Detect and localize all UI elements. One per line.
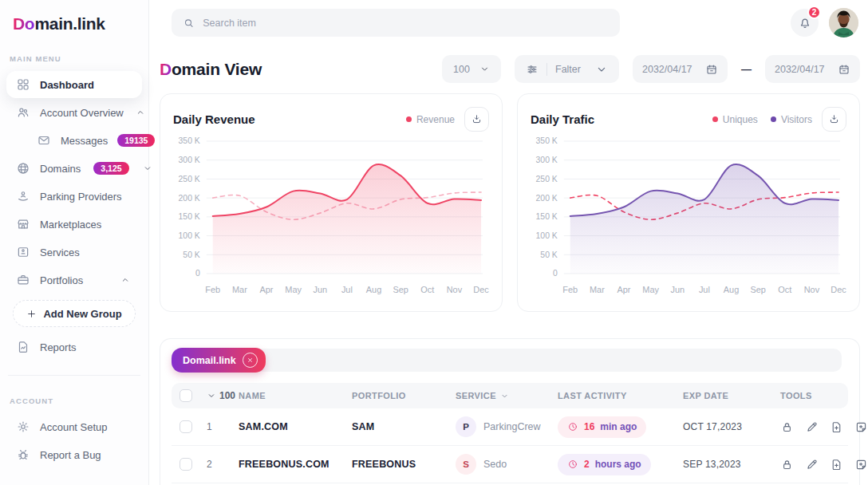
- chart-legend: Revenue: [406, 114, 455, 125]
- remove-tag-button[interactable]: [243, 353, 258, 368]
- column-header-service[interactable]: SERVICE: [456, 391, 558, 400]
- sidebar-item-label: Marketplaces: [40, 219, 101, 231]
- filter-tag-label: Domail.link: [183, 355, 236, 366]
- chart-header: Daily TraficUniquesVisitors: [531, 107, 846, 132]
- sidebar-item-add-new-group[interactable]: Add New Group: [13, 300, 136, 327]
- note-plus-icon[interactable]: [854, 458, 868, 471]
- envelope-icon: [37, 133, 51, 148]
- search-icon: [183, 17, 195, 30]
- search-input[interactable]: [203, 18, 609, 29]
- row-checkbox[interactable]: [180, 458, 192, 471]
- users-icon: [16, 105, 30, 120]
- service-name: ParkingCrew: [483, 421, 541, 432]
- svg-text:350 K: 350 K: [179, 136, 200, 145]
- sidebar-item-dashboard[interactable]: Dashboard: [6, 71, 142, 98]
- svg-text:Apr: Apr: [617, 285, 630, 294]
- lock-icon[interactable]: [780, 420, 794, 434]
- column-header-last-activity: LAST ACTIVITY: [558, 391, 683, 400]
- svg-text:300 K: 300 K: [536, 156, 558, 164]
- column-header-exp-date: EXP DATE: [683, 391, 780, 400]
- legend-dot-icon: [406, 116, 412, 122]
- sidebar-item-label: Services: [40, 246, 80, 258]
- app-logo[interactable]: Domain.link: [0, 11, 148, 34]
- download-icon: [828, 113, 840, 125]
- date-to-picker[interactable]: 2032/04/17: [765, 55, 860, 83]
- svg-text:Apr: Apr: [259, 285, 273, 294]
- chart-header: Daily RevenueRevenue: [173, 107, 489, 132]
- sidebar-item-messages[interactable]: Messages19135: [27, 127, 142, 154]
- lock-icon[interactable]: [780, 458, 794, 471]
- file-plus-icon[interactable]: [830, 458, 843, 471]
- chevron-down-icon: [479, 64, 490, 74]
- svg-text:300 K: 300 K: [179, 156, 200, 164]
- page-size-select[interactable]: 100: [442, 55, 501, 83]
- svg-text:50 K: 50 K: [540, 250, 557, 259]
- search-bar[interactable]: [172, 9, 620, 37]
- storefront-icon: [16, 217, 30, 231]
- sidebar-item-report-a-bug[interactable]: Report a Bug: [6, 441, 142, 468]
- svg-text:Sep: Sep: [393, 285, 408, 294]
- chart-plot: 350 K300 K250 K200 K150 K100 K50 K0FebMa…: [531, 133, 846, 302]
- svg-text:Aug: Aug: [366, 285, 381, 294]
- table-row[interactable]: 2FREEBONUS.COMFREEBONUSSSedo2hours agoSE…: [172, 446, 848, 483]
- page-header: Domain View 100 Falter 2032/04/17: [160, 55, 860, 83]
- page-controls: 100 Falter 2032/04/17 —: [442, 55, 860, 83]
- clock-icon: [567, 421, 578, 432]
- tools-cell: [780, 458, 868, 471]
- exp-date: SEP 13,2023: [683, 459, 780, 470]
- sidebar-item-services[interactable]: Services: [6, 239, 142, 266]
- sidebar-item-parking-providers[interactable]: Parking Providers: [6, 183, 142, 210]
- briefcase-icon: [16, 273, 30, 287]
- filter-dropdown[interactable]: Falter: [515, 55, 619, 83]
- chevron-down-icon: [595, 63, 608, 76]
- parking-icon: [16, 189, 30, 203]
- sidebar-item-account-setup[interactable]: Account Setup: [6, 413, 142, 440]
- chart-plot: 350 K300 K250 K200 K150 K100 K50 K0FebMa…: [173, 133, 489, 302]
- note-plus-icon[interactable]: [854, 420, 868, 434]
- svg-text:200 K: 200 K: [179, 194, 200, 203]
- chevron-down-icon: [500, 392, 509, 400]
- service-initial-badge: P: [456, 416, 476, 437]
- sidebar-item-account-overview[interactable]: Account Overview: [6, 99, 142, 126]
- sidebar-item-label: Messages: [61, 135, 108, 147]
- svg-text:100 K: 100 K: [536, 231, 558, 240]
- divider: [546, 63, 547, 76]
- sidebar-item-domains[interactable]: Domains3,125: [6, 155, 142, 182]
- domains-table-card: Domail.link 100NAMEPORTFOLIOSERVICELAST …: [160, 338, 860, 485]
- svg-text:Mar: Mar: [590, 285, 605, 294]
- svg-text:Aug: Aug: [724, 285, 739, 294]
- chart-card-daily-revenue: Daily RevenueRevenue350 K300 K250 K200 K…: [160, 93, 503, 312]
- table-row[interactable]: 1SAM.COMSAMPParkingCrew16min agoOCT 17,2…: [172, 408, 848, 446]
- svg-text:May: May: [285, 285, 302, 294]
- sidebar-item-marketplaces[interactable]: Marketplaces: [6, 211, 142, 238]
- filter-tags-bar: Domail.link: [172, 349, 842, 372]
- topbar: 2: [149, 0, 868, 44]
- notifications-button[interactable]: 2: [791, 9, 819, 37]
- date-from-picker[interactable]: 2032/04/17: [633, 55, 728, 83]
- page-title: Domain View: [160, 60, 262, 79]
- svg-text:Jul: Jul: [341, 285, 353, 294]
- sidebar-item-label: Domains: [40, 163, 81, 175]
- logo-accent: Do: [13, 14, 34, 33]
- last-activity-cell: 2hours ago: [558, 454, 683, 475]
- pencil-icon[interactable]: [805, 458, 819, 471]
- sidebar-item-reports[interactable]: Reports: [6, 333, 142, 361]
- select-all-checkbox[interactable]: [180, 389, 192, 402]
- user-avatar[interactable]: [829, 8, 858, 37]
- svg-text:Dec: Dec: [473, 285, 489, 294]
- chevron-down-icon: [207, 391, 216, 400]
- active-filter-tag[interactable]: Domail.link: [172, 348, 266, 373]
- rows-count-dropdown[interactable]: 100: [207, 390, 239, 401]
- file-plus-icon[interactable]: [830, 420, 843, 434]
- rows-count-value: 100: [219, 390, 235, 401]
- svg-text:100 K: 100 K: [179, 231, 200, 240]
- gear-icon: [16, 420, 30, 434]
- last-activity-pill: 16min ago: [558, 416, 646, 438]
- chart-download-button[interactable]: [822, 107, 846, 132]
- portfolio-name: FREEBONUS: [352, 459, 456, 470]
- svg-text:Jul: Jul: [699, 285, 710, 294]
- pencil-icon[interactable]: [805, 420, 819, 434]
- row-checkbox[interactable]: [180, 420, 192, 433]
- sidebar-item-portfolios[interactable]: Portfolios: [6, 266, 142, 294]
- chart-download-button[interactable]: [464, 107, 489, 132]
